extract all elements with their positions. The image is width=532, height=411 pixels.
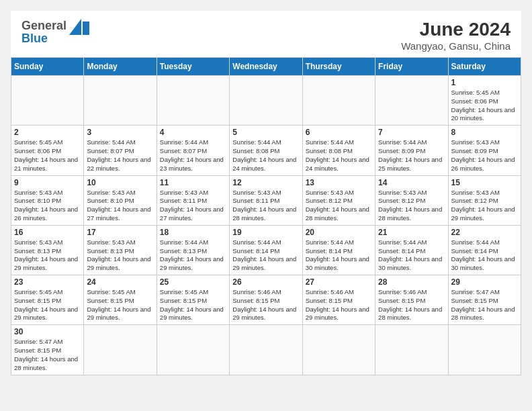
calendar-container: General Blue June 2024 Wangyao, Gansu, C… bbox=[11, 11, 521, 375]
date-number: 10 bbox=[87, 178, 153, 187]
day-cell: 27Sunrise: 5:46 AM Sunset: 8:15 PM Dayli… bbox=[302, 275, 375, 325]
day-cell: 16Sunrise: 5:43 AM Sunset: 8:13 PM Dayli… bbox=[11, 225, 84, 275]
date-number: 29 bbox=[451, 277, 518, 287]
date-number: 5 bbox=[232, 128, 299, 137]
calendar-header: Sunday Monday Tuesday Wednesday Thursday… bbox=[11, 58, 521, 76]
col-wednesday: Wednesday bbox=[230, 58, 302, 76]
logo-general-text: General bbox=[21, 19, 66, 32]
date-number: 16 bbox=[14, 228, 81, 237]
day-cell bbox=[302, 325, 375, 375]
cell-info: Sunrise: 5:45 AM Sunset: 8:15 PM Dayligh… bbox=[160, 288, 226, 322]
week-row-3: 16Sunrise: 5:43 AM Sunset: 8:13 PM Dayli… bbox=[11, 225, 521, 275]
day-cell bbox=[157, 325, 229, 375]
header: General Blue June 2024 Wangyao, Gansu, C… bbox=[11, 11, 521, 57]
date-number: 11 bbox=[160, 178, 226, 187]
cell-info: Sunrise: 5:43 AM Sunset: 8:09 PM Dayligh… bbox=[451, 138, 518, 173]
col-saturday: Saturday bbox=[448, 58, 521, 76]
cell-info: Sunrise: 5:44 AM Sunset: 8:14 PM Dayligh… bbox=[232, 238, 299, 273]
cell-info: Sunrise: 5:46 AM Sunset: 8:15 PM Dayligh… bbox=[232, 288, 299, 322]
day-cell bbox=[11, 76, 84, 126]
title-area: June 2024 Wangyao, Gansu, China bbox=[401, 19, 511, 52]
day-cell: 28Sunrise: 5:46 AM Sunset: 8:15 PM Dayli… bbox=[375, 275, 448, 325]
date-number: 19 bbox=[232, 228, 299, 237]
col-monday: Monday bbox=[84, 58, 157, 76]
date-number: 4 bbox=[160, 128, 226, 137]
cell-info: Sunrise: 5:44 AM Sunset: 8:13 PM Dayligh… bbox=[160, 238, 226, 273]
cell-info: Sunrise: 5:46 AM Sunset: 8:15 PM Dayligh… bbox=[378, 288, 445, 322]
date-number: 1 bbox=[451, 78, 518, 87]
cell-info: Sunrise: 5:45 AM Sunset: 8:06 PM Dayligh… bbox=[14, 138, 81, 173]
day-cell bbox=[375, 325, 448, 375]
day-cell: 14Sunrise: 5:43 AM Sunset: 8:12 PM Dayli… bbox=[375, 175, 448, 225]
logo: General Blue bbox=[21, 19, 91, 44]
date-number: 18 bbox=[160, 228, 226, 237]
day-cell: 17Sunrise: 5:43 AM Sunset: 8:13 PM Dayli… bbox=[84, 225, 157, 275]
day-cell: 19Sunrise: 5:44 AM Sunset: 8:14 PM Dayli… bbox=[230, 225, 302, 275]
cell-info: Sunrise: 5:47 AM Sunset: 8:15 PM Dayligh… bbox=[451, 288, 518, 322]
cell-info: Sunrise: 5:43 AM Sunset: 8:13 PM Dayligh… bbox=[87, 238, 153, 273]
day-cell: 26Sunrise: 5:46 AM Sunset: 8:15 PM Dayli… bbox=[230, 275, 302, 325]
col-tuesday: Tuesday bbox=[157, 58, 229, 76]
day-cell: 2Sunrise: 5:45 AM Sunset: 8:06 PM Daylig… bbox=[11, 126, 84, 175]
day-header-row: Sunday Monday Tuesday Wednesday Thursday… bbox=[11, 58, 521, 76]
date-number: 25 bbox=[160, 277, 226, 287]
cell-info: Sunrise: 5:43 AM Sunset: 8:11 PM Dayligh… bbox=[232, 189, 299, 223]
cell-info: Sunrise: 5:43 AM Sunset: 8:10 PM Dayligh… bbox=[87, 189, 153, 223]
cell-info: Sunrise: 5:43 AM Sunset: 8:13 PM Dayligh… bbox=[14, 238, 81, 273]
day-cell: 3Sunrise: 5:44 AM Sunset: 8:07 PM Daylig… bbox=[84, 126, 157, 175]
day-cell: 5Sunrise: 5:44 AM Sunset: 8:08 PM Daylig… bbox=[230, 126, 302, 175]
cell-info: Sunrise: 5:44 AM Sunset: 8:07 PM Dayligh… bbox=[87, 138, 153, 173]
day-cell: 7Sunrise: 5:44 AM Sunset: 8:09 PM Daylig… bbox=[375, 126, 448, 175]
cell-info: Sunrise: 5:43 AM Sunset: 8:12 PM Dayligh… bbox=[306, 189, 372, 223]
date-number: 14 bbox=[378, 178, 445, 187]
cell-info: Sunrise: 5:43 AM Sunset: 8:11 PM Dayligh… bbox=[160, 189, 226, 223]
date-number: 22 bbox=[451, 228, 518, 237]
day-cell bbox=[375, 76, 448, 126]
date-number: 13 bbox=[306, 178, 372, 187]
day-cell: 29Sunrise: 5:47 AM Sunset: 8:15 PM Dayli… bbox=[448, 275, 521, 325]
location: Wangyao, Gansu, China bbox=[401, 40, 511, 52]
day-cell bbox=[84, 76, 157, 126]
day-cell: 6Sunrise: 5:44 AM Sunset: 8:08 PM Daylig… bbox=[302, 126, 375, 175]
week-row-1: 2Sunrise: 5:45 AM Sunset: 8:06 PM Daylig… bbox=[11, 126, 521, 175]
cell-info: Sunrise: 5:44 AM Sunset: 8:08 PM Dayligh… bbox=[232, 138, 299, 173]
week-row-5: 30Sunrise: 5:47 AM Sunset: 8:15 PM Dayli… bbox=[11, 325, 521, 375]
day-cell bbox=[302, 76, 375, 126]
day-cell: 22Sunrise: 5:44 AM Sunset: 8:14 PM Dayli… bbox=[448, 225, 521, 275]
cell-info: Sunrise: 5:43 AM Sunset: 8:10 PM Dayligh… bbox=[14, 189, 81, 223]
day-cell: 1Sunrise: 5:45 AM Sunset: 8:06 PM Daylig… bbox=[448, 76, 521, 126]
day-cell bbox=[157, 76, 229, 126]
day-cell bbox=[448, 325, 521, 375]
day-cell: 8Sunrise: 5:43 AM Sunset: 8:09 PM Daylig… bbox=[448, 126, 521, 175]
date-number: 24 bbox=[87, 277, 153, 287]
day-cell: 23Sunrise: 5:45 AM Sunset: 8:15 PM Dayli… bbox=[11, 275, 84, 325]
week-row-4: 23Sunrise: 5:45 AM Sunset: 8:15 PM Dayli… bbox=[11, 275, 521, 325]
day-cell: 20Sunrise: 5:44 AM Sunset: 8:14 PM Dayli… bbox=[302, 225, 375, 275]
svg-rect-1 bbox=[83, 21, 89, 35]
calendar-table: Sunday Monday Tuesday Wednesday Thursday… bbox=[11, 57, 521, 375]
cell-info: Sunrise: 5:44 AM Sunset: 8:14 PM Dayligh… bbox=[378, 238, 445, 273]
date-number: 9 bbox=[14, 178, 81, 187]
logo-icon bbox=[69, 19, 91, 32]
month-title: June 2024 bbox=[401, 19, 511, 40]
cell-info: Sunrise: 5:45 AM Sunset: 8:06 PM Dayligh… bbox=[451, 89, 518, 123]
cell-info: Sunrise: 5:44 AM Sunset: 8:09 PM Dayligh… bbox=[378, 138, 445, 173]
date-number: 17 bbox=[87, 228, 153, 237]
date-number: 6 bbox=[306, 128, 372, 137]
day-cell: 21Sunrise: 5:44 AM Sunset: 8:14 PM Dayli… bbox=[375, 225, 448, 275]
date-number: 26 bbox=[232, 277, 299, 287]
week-row-0: 1Sunrise: 5:45 AM Sunset: 8:06 PM Daylig… bbox=[11, 76, 521, 126]
day-cell bbox=[84, 325, 157, 375]
date-number: 15 bbox=[451, 178, 518, 187]
date-number: 21 bbox=[378, 228, 445, 237]
date-number: 23 bbox=[14, 277, 81, 287]
day-cell: 13Sunrise: 5:43 AM Sunset: 8:12 PM Dayli… bbox=[302, 175, 375, 225]
day-cell: 24Sunrise: 5:45 AM Sunset: 8:15 PM Dayli… bbox=[84, 275, 157, 325]
cell-info: Sunrise: 5:43 AM Sunset: 8:12 PM Dayligh… bbox=[378, 189, 445, 223]
logo-blue-text: Blue bbox=[21, 32, 48, 44]
cell-info: Sunrise: 5:44 AM Sunset: 8:14 PM Dayligh… bbox=[451, 238, 518, 273]
day-cell: 9Sunrise: 5:43 AM Sunset: 8:10 PM Daylig… bbox=[11, 175, 84, 225]
day-cell: 18Sunrise: 5:44 AM Sunset: 8:13 PM Dayli… bbox=[157, 225, 229, 275]
cell-info: Sunrise: 5:46 AM Sunset: 8:15 PM Dayligh… bbox=[306, 288, 372, 322]
day-cell: 10Sunrise: 5:43 AM Sunset: 8:10 PM Dayli… bbox=[84, 175, 157, 225]
